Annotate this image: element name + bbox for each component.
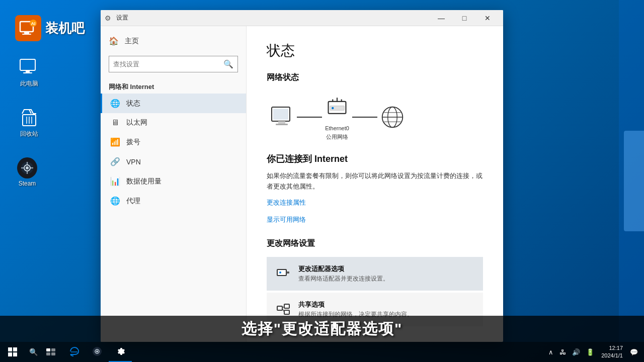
svg-rect-2 [22,34,31,35]
tray-volume-icon[interactable]: 🔊 [570,342,582,362]
sidebar-item-dialup-label: 拨号 [126,138,140,147]
svg-rect-41 [13,347,17,351]
dialup-nav-icon: 📶 [110,137,120,147]
vpn-nav-icon: 🔗 [110,157,120,166]
sharing-card-title: 共享选项 [298,300,474,309]
sidebar-search-container: 🔍 [101,52,246,76]
svg-rect-42 [8,352,12,356]
steam-icon [17,158,37,178]
svg-rect-17 [273,109,288,120]
page-title: 状态 [267,41,483,60]
sidebar-item-proxy[interactable]: 🌐 代理 [101,191,246,211]
search-input-wrap[interactable]: 🔍 [109,56,238,72]
taskbar-search-button[interactable]: 🔍 [25,342,41,362]
sidebar-item-data[interactable]: 📊 数据使用量 [101,171,246,191]
sidebar-item-dialup[interactable]: 📶 拨号 [101,132,246,152]
tray-clock[interactable]: 12:17 2024/1/1 [598,344,626,360]
svg-point-34 [279,272,281,274]
taskbar: 🔍 [0,342,644,362]
svg-rect-8 [22,61,34,69]
tray-battery-icon[interactable]: 🔋 [584,342,596,362]
computer-node [267,102,297,132]
desktop: AI 装机吧 此电脑 回收站 [0,0,644,362]
internet-node [377,102,408,132]
taskbar-tray: ∧ 🖧 🔊 🔋 12:17 2024/1/1 💬 [546,342,644,362]
taskbar-app-edge[interactable] [62,342,86,362]
start-button[interactable] [0,342,25,362]
sidebar-item-status[interactable]: 🌐 状态 [101,94,246,113]
network-diagram: Ethernet0 公用网络 [267,93,483,141]
taskbar-app-settings[interactable] [109,342,132,362]
search-input[interactable] [109,57,219,71]
sidebar-home-button[interactable]: 🏠 主页 [101,30,246,52]
computer-icon [267,102,297,132]
svg-rect-37 [284,310,289,314]
router-icon [322,93,352,123]
proxy-nav-icon: 🌐 [110,196,120,206]
svg-rect-40 [8,347,12,351]
svg-rect-7 [23,72,32,73]
subtitle-bar: 选择"更改适配器选项" [0,316,644,342]
sidebar-item-proxy-label: 代理 [126,197,140,206]
tray-network-icon[interactable]: 🖧 [557,342,568,362]
sidebar-item-status-label: 状态 [126,99,140,108]
right-panel-inner [624,131,644,231]
change-properties-link[interactable]: 更改连接属性 [267,198,483,207]
svg-rect-35 [277,306,282,310]
svg-point-51 [96,350,98,352]
line-2 [352,117,377,118]
sidebar-item-vpn[interactable]: 🔗 VPN [101,152,246,171]
zhuangji-logo-icon: AI [15,15,41,41]
sidebar-item-ethernet-label: 以太网 [126,118,147,127]
taskbar-apps [62,342,132,362]
maximize-button[interactable]: □ [453,10,476,26]
taskbar-app-steam[interactable] [86,342,109,362]
sidebar-item-ethernet[interactable]: 🖥 以太网 [101,113,246,132]
router-node: Ethernet0 公用网络 [322,93,352,141]
connection-desc: 如果你的流量套餐有限制，则你可以将此网络设置为按流量计费的连接，或者更改其他属性… [267,171,483,192]
svg-rect-31 [277,269,286,276]
desktop-icon-pc[interactable]: 此电脑 [9,55,49,90]
pc-icon [19,57,39,77]
svg-rect-6 [26,70,30,72]
svg-rect-43 [13,352,17,356]
minimize-button[interactable]: — [430,10,453,26]
right-panel [619,0,644,362]
line-1 [297,117,322,118]
taskbar-task-button[interactable] [41,342,60,362]
adapter-options-card[interactable]: 更改适配器选项 查看网络适配器并更改连接设置。 [267,257,483,291]
recycle-icon-label: 回收站 [20,130,38,138]
show-networks-link[interactable]: 显示可用网络 [267,215,483,224]
title-bar-controls: — □ ✕ [430,10,499,26]
sidebar-item-data-label: 数据使用量 [126,177,162,186]
svg-rect-1 [24,32,29,34]
zhuangji-logo: AI 装机吧 [15,15,85,41]
sidebar-item-vpn-label: VPN [126,158,141,166]
svg-point-15 [26,166,29,169]
settings-sidebar: 🏠 主页 🔍 网络和 Internet 🌐 状态 [101,26,247,342]
ethernet-nav-icon: 🖥 [110,118,120,127]
desktop-icon-recycle[interactable]: 回收站 [9,106,49,140]
desktop-icon-steam[interactable]: Steam [7,156,47,189]
subtitle-text: 选择"更改适配器选项" [242,319,403,339]
home-icon: 🏠 [109,36,119,46]
adapter-card-text: 更改适配器选项 查看网络适配器并更改连接设置。 [298,264,474,283]
settings-main: 状态 网络状态 [247,26,503,342]
svg-rect-19 [276,124,288,125]
tray-chevron[interactable]: ∧ [546,342,555,362]
zhuangji-logo-text: 装机吧 [45,20,85,37]
settings-body: 🏠 主页 🔍 网络和 Internet 🌐 状态 [101,26,503,342]
connection-status-title: 你已连接到 Internet [267,153,483,165]
tray-notification[interactable]: 💬 [628,342,640,362]
svg-rect-46 [46,352,50,355]
pc-icon-label: 此电脑 [20,79,38,88]
title-bar: ⚙ 设置 — □ ✕ [101,10,503,26]
settings-window: ⚙ 设置 — □ ✕ 🏠 主页 🔍 [101,10,503,342]
sidebar-home-label: 主页 [125,37,139,46]
svg-text:AI: AI [31,21,36,26]
change-network-title: 更改网络设置 [267,238,483,249]
close-button[interactable]: ✕ [476,10,499,26]
search-icon[interactable]: 🔍 [219,56,237,72]
sharing-card-icon [275,301,291,317]
svg-rect-18 [278,121,285,124]
